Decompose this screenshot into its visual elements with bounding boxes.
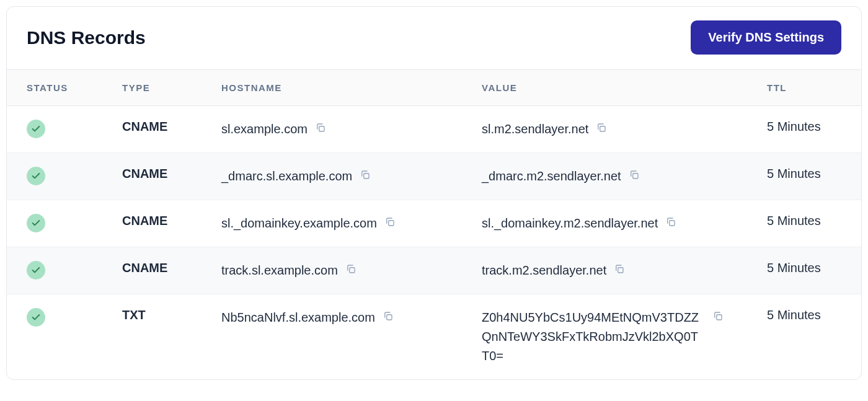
ttl-cell: 5 Minutes	[757, 247, 861, 294]
table-header-row: STATUS TYPE HOSTNAME VALUE TTL	[7, 70, 861, 106]
value-text: track.m2.sendlayer.net	[482, 261, 606, 280]
copy-icon	[384, 216, 396, 227]
copy-hostname-button[interactable]	[314, 121, 327, 134]
hostname-cell: _dmarc.sl.example.com	[211, 153, 472, 200]
column-header-value: VALUE	[472, 70, 757, 106]
value-cell: Z0h4NU5YbCs1Uy94MEtNQmV3TDZZQnNTeWY3SkFx…	[472, 294, 757, 380]
value-cell: sl.m2.sendlayer.net	[472, 106, 757, 153]
ttl-text: 5 Minutes	[767, 120, 821, 133]
status-ok-icon	[27, 120, 45, 138]
value-cell: track.m2.sendlayer.net	[472, 247, 757, 294]
copy-hostname-button[interactable]	[383, 215, 397, 229]
column-header-type: TYPE	[112, 70, 211, 106]
record-type: TXT	[122, 308, 146, 322]
column-header-status: STATUS	[7, 70, 112, 106]
ttl-cell: 5 Minutes	[757, 153, 861, 200]
ttl-text: 5 Minutes	[767, 167, 821, 180]
copy-icon	[614, 263, 625, 275]
copy-icon	[629, 169, 640, 180]
hostname-cell: Nb5ncaNlvf.sl.example.com	[211, 294, 472, 380]
status-cell	[7, 200, 112, 247]
table-row: CNAMEsl._domainkey.example.comsl._domain…	[7, 200, 861, 247]
status-cell	[7, 153, 112, 200]
copy-value-button[interactable]	[627, 168, 641, 182]
ttl-text: 5 Minutes	[767, 308, 821, 322]
type-cell: CNAME	[112, 106, 211, 153]
copy-hostname-button[interactable]	[344, 262, 358, 276]
hostname-text: sl.example.com	[221, 120, 308, 139]
svg-rect-5	[670, 221, 675, 226]
status-ok-icon	[27, 261, 45, 280]
status-cell	[7, 106, 112, 153]
svg-rect-4	[389, 221, 394, 226]
copy-icon	[596, 122, 607, 133]
hostname-cell: sl.example.com	[211, 106, 472, 153]
svg-rect-9	[717, 315, 722, 320]
copy-hostname-button[interactable]	[358, 168, 372, 182]
type-cell: CNAME	[112, 153, 211, 200]
svg-rect-8	[387, 315, 392, 320]
table-row: CNAMEsl.example.comsl.m2.sendlayer.net5 …	[7, 106, 861, 153]
record-type: CNAME	[122, 120, 167, 133]
hostname-cell: track.sl.example.com	[211, 247, 472, 294]
copy-value-button[interactable]	[595, 121, 608, 134]
hostname-text: track.sl.example.com	[221, 261, 338, 280]
status-ok-icon	[27, 308, 45, 327]
table-row: CNAME_dmarc.sl.example.com_dmarc.m2.send…	[7, 153, 861, 200]
hostname-text: Nb5ncaNlvf.sl.example.com	[221, 308, 375, 327]
verify-dns-settings-button[interactable]: Verify DNS Settings	[691, 20, 841, 55]
status-cell	[7, 247, 112, 294]
copy-value-button[interactable]	[664, 215, 678, 229]
value-text: sl.m2.sendlayer.net	[482, 120, 588, 139]
svg-rect-0	[319, 126, 324, 131]
ttl-cell: 5 Minutes	[757, 294, 861, 380]
column-header-ttl: TTL	[757, 70, 861, 106]
copy-value-button[interactable]	[711, 309, 725, 323]
copy-value-button[interactable]	[613, 262, 626, 276]
status-ok-icon	[27, 214, 45, 232]
dns-records-table: STATUS TYPE HOSTNAME VALUE TTL CNAMEsl.e…	[7, 69, 861, 379]
hostname-text: _dmarc.sl.example.com	[221, 167, 352, 186]
hostname-cell: sl._domainkey.example.com	[211, 200, 472, 247]
svg-rect-6	[350, 268, 355, 273]
svg-rect-1	[600, 126, 605, 131]
table-row: CNAMEtrack.sl.example.comtrack.m2.sendla…	[7, 247, 861, 294]
ttl-cell: 5 Minutes	[757, 106, 861, 153]
copy-icon	[360, 169, 371, 180]
record-type: CNAME	[122, 214, 167, 227]
column-header-hostname: HOSTNAME	[211, 70, 472, 106]
status-ok-icon	[27, 167, 45, 185]
value-text: sl._domainkey.m2.sendlayer.net	[482, 214, 658, 233]
record-type: CNAME	[122, 167, 167, 180]
svg-rect-7	[618, 268, 623, 273]
copy-icon	[383, 311, 394, 322]
status-cell	[7, 294, 112, 380]
type-cell: CNAME	[112, 200, 211, 247]
copy-icon	[315, 122, 326, 133]
type-cell: TXT	[112, 294, 211, 380]
ttl-text: 5 Minutes	[767, 214, 821, 227]
record-type: CNAME	[122, 261, 167, 275]
copy-icon	[665, 216, 676, 227]
value-text: Z0h4NU5YbCs1Uy94MEtNQmV3TDZZQnNTeWY3SkFx…	[482, 308, 705, 366]
copy-icon	[712, 311, 724, 322]
copy-hostname-button[interactable]	[381, 309, 395, 323]
hostname-text: sl._domainkey.example.com	[221, 214, 377, 233]
ttl-text: 5 Minutes	[767, 261, 821, 275]
svg-rect-3	[632, 174, 637, 178]
svg-rect-2	[364, 174, 369, 178]
type-cell: CNAME	[112, 247, 211, 294]
table-row: TXTNb5ncaNlvf.sl.example.comZ0h4NU5YbCs1…	[7, 294, 861, 380]
dns-records-card: DNS Records Verify DNS Settings STATUS T…	[6, 6, 862, 380]
ttl-cell: 5 Minutes	[757, 200, 861, 247]
value-cell: sl._domainkey.m2.sendlayer.net	[472, 200, 757, 247]
card-title: DNS Records	[27, 27, 146, 48]
card-header: DNS Records Verify DNS Settings	[7, 7, 861, 69]
value-text: _dmarc.m2.sendlayer.net	[482, 167, 621, 186]
value-cell: _dmarc.m2.sendlayer.net	[472, 153, 757, 200]
copy-icon	[345, 263, 356, 275]
